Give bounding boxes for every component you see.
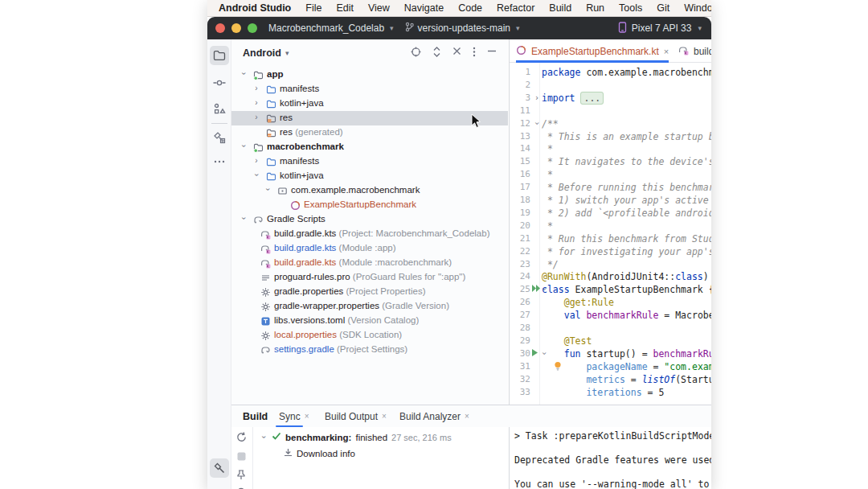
editor-tab-build-gradle[interactable]: build.grac xyxy=(678,39,711,63)
chevron-icon[interactable]: › xyxy=(240,142,248,150)
code-line-3[interactable]: 3›import ... xyxy=(510,92,711,105)
structure-tool-icon[interactable] xyxy=(210,99,229,118)
locate-file-icon[interactable] xyxy=(411,47,421,57)
code-line-19[interactable]: 19 * 2) add `<profileable android:sh xyxy=(510,207,711,220)
stop-icon[interactable] xyxy=(235,450,249,464)
menu-item-code[interactable]: Code xyxy=(451,2,489,14)
chevron-icon[interactable]: › xyxy=(252,156,260,165)
tree-item-examplestartupbenchmark[interactable]: ExampleStartupBenchmark xyxy=(231,198,508,212)
build-tab-build-analyzer[interactable]: Build Analyzer× xyxy=(399,405,469,427)
code-line-12[interactable]: 12›/** xyxy=(510,117,711,130)
tree-item-build-gradle-kts[interactable]: build.gradle.kts (Module :app) xyxy=(231,241,508,256)
menu-item-build[interactable]: Build xyxy=(542,2,579,14)
code-line-24[interactable]: 24@RunWith(AndroidJUnit4::class) xyxy=(510,270,711,283)
code-line-17[interactable]: 17 * Before running this benchmark: xyxy=(510,181,711,194)
tree-item-macrobenchmark[interactable]: ›macrobenchmark xyxy=(231,140,508,154)
code-line-26[interactable]: 26 @get:Rule xyxy=(510,296,711,309)
editor-tab-example-startup-benchmark[interactable]: ExampleStartupBenchmark.kt× xyxy=(516,39,669,63)
code-line-23[interactable]: 23 */ xyxy=(510,258,711,271)
options-menu-icon[interactable] xyxy=(473,47,476,57)
tree-item-manifests[interactable]: ›manifests xyxy=(231,154,508,169)
menu-item-refactor[interactable]: Refactor xyxy=(489,2,542,14)
build-console[interactable]: > Task :prepareKotlinBuildScriptModel UP… xyxy=(509,427,711,489)
more-tool-windows-icon[interactable] xyxy=(210,152,229,171)
build-tab-build-output[interactable]: Build Output× xyxy=(325,405,387,427)
project-tool-icon[interactable] xyxy=(210,46,229,65)
build-tool-icon[interactable] xyxy=(210,458,229,478)
tree-item-gradle-wrapper-properties[interactable]: gradle-wrapper.properties (Gradle Versio… xyxy=(231,299,508,314)
tree-item-local-properties[interactable]: local.properties (SDK Location) xyxy=(231,328,508,343)
code-line-29[interactable]: 29 @Test xyxy=(510,335,711,347)
code-line-16[interactable]: 16 * xyxy=(510,168,711,181)
code-line-2[interactable]: 2 xyxy=(510,79,711,92)
code-line-15[interactable]: 15 * It navigates to the device's ho xyxy=(510,155,711,168)
menu-item-navigate[interactable]: Navigate xyxy=(397,2,451,14)
close-tab-icon[interactable]: × xyxy=(382,412,387,421)
tree-item-kotlin-java[interactable]: ›kotlin+java xyxy=(231,97,508,111)
hide-panel-icon[interactable] xyxy=(487,47,497,57)
pin-icon[interactable] xyxy=(235,469,249,483)
build-subtask-row[interactable]: Download info xyxy=(284,448,355,459)
chevron-icon[interactable]: › xyxy=(264,186,272,194)
device-manager-tool-icon[interactable] xyxy=(210,128,229,147)
close-tab-icon[interactable]: × xyxy=(305,412,309,421)
code-line-14[interactable]: 14 * xyxy=(510,142,711,155)
tree-item-app[interactable]: ›app xyxy=(231,68,508,82)
close-tab-icon[interactable]: × xyxy=(664,47,669,56)
menu-item-android-studio[interactable]: Android Studio xyxy=(211,2,298,14)
build-tab-sync[interactable]: Sync× xyxy=(279,405,309,427)
fold-icon[interactable]: › xyxy=(533,119,542,127)
tree-item-com-example-macrobenchmark[interactable]: ›com.example.macrobenchmark xyxy=(231,183,508,198)
close-tab-icon[interactable]: × xyxy=(465,412,469,421)
code-line-21[interactable]: 21 * Run this benchmark from Studio xyxy=(510,232,711,245)
tree-item-settings-gradle[interactable]: settings.gradle (Project Settings) xyxy=(231,343,508,357)
zoom-window-button[interactable] xyxy=(248,23,257,33)
tree-item-kotlin-java[interactable]: ›kotlin+java xyxy=(231,169,508,183)
code-area[interactable]: 1package com.example.macrobenchmark23›im… xyxy=(510,63,711,405)
build-task-row[interactable]: › benchmarking: finished 27 sec, 216 ms xyxy=(260,432,452,442)
close-window-button[interactable] xyxy=(215,23,225,33)
code-line-20[interactable]: 20 * xyxy=(510,220,711,232)
code-line-32[interactable]: 32 metrics = listOf(StartupTi xyxy=(510,373,711,386)
collapse-all-icon[interactable] xyxy=(452,47,461,57)
vcs-branch-selector[interactable]: version-updates-main ▾ xyxy=(405,22,520,35)
tree-item-libs-versions-toml[interactable]: libs.versions.toml (Version Catalog) xyxy=(231,314,508,328)
code-line-1[interactable]: 1package com.example.macrobenchmark xyxy=(510,66,711,79)
expand-all-icon[interactable] xyxy=(432,47,441,57)
tree-item-res[interactable]: res (generated) xyxy=(231,125,508,140)
code-line-27[interactable]: 27 val benchmarkRule = Macrobench xyxy=(510,309,711,322)
menu-item-run[interactable]: Run xyxy=(579,2,612,14)
tree-item-manifests[interactable]: ›manifests xyxy=(231,82,508,97)
chevron-icon[interactable]: › xyxy=(252,113,260,121)
code-line-33[interactable]: 33 iterations = 5 xyxy=(510,386,711,399)
tree-item-gradle-scripts[interactable]: ›Gradle Scripts xyxy=(231,212,508,227)
minimize-window-button[interactable] xyxy=(231,23,241,33)
menu-item-file[interactable]: File xyxy=(298,2,329,14)
code-line-28[interactable]: 28 xyxy=(510,322,711,335)
chevron-icon[interactable]: › xyxy=(252,171,261,179)
device-selector[interactable]: Pixel 7 API 33 ▾ xyxy=(618,22,702,35)
code-line-22[interactable]: 22 * for investigating your app's pe xyxy=(510,245,711,258)
menu-item-git[interactable]: Git xyxy=(649,2,677,14)
rerun-sync-icon[interactable] xyxy=(235,431,249,445)
code-line-25[interactable]: 25›class ExampleStartupBenchmark { xyxy=(510,283,711,296)
tree-item-proguard-rules-pro[interactable]: proguard-rules.pro (ProGuard Rules for "… xyxy=(231,270,508,285)
chevron-icon[interactable]: › xyxy=(252,98,260,107)
commit-tool-icon[interactable] xyxy=(210,73,229,92)
tree-item-build-gradle-kts[interactable]: build.gradle.kts (Project: Macrobenchmar… xyxy=(231,227,508,241)
chevron-icon[interactable]: › xyxy=(240,70,248,78)
menu-item-edit[interactable]: Edit xyxy=(329,2,361,14)
fold-icon[interactable]: › xyxy=(533,93,541,102)
code-line-13[interactable]: 13 * This is an example startup benc xyxy=(510,130,711,143)
chevron-icon[interactable]: › xyxy=(240,215,248,223)
code-line-31[interactable]: 31 packageName = "com.example xyxy=(510,360,711,373)
tree-item-gradle-properties[interactable]: gradle.properties (Project Properties) xyxy=(231,285,508,299)
menu-item-tools[interactable]: Tools xyxy=(612,2,649,14)
code-line-18[interactable]: 18 * 1) switch your app's active bui xyxy=(510,194,711,207)
project-selector[interactable]: Macrobenchmark_Codelab ▾ xyxy=(268,23,394,34)
run-gutter-icon[interactable] xyxy=(531,348,538,360)
code-line-11[interactable]: 11 xyxy=(510,105,711,117)
tree-item-build-gradle-kts[interactable]: build.gradle.kts (Module :macrobenchmark… xyxy=(231,256,508,270)
menu-item-window[interactable]: Window xyxy=(677,2,711,14)
chevron-icon[interactable]: › xyxy=(252,84,260,92)
